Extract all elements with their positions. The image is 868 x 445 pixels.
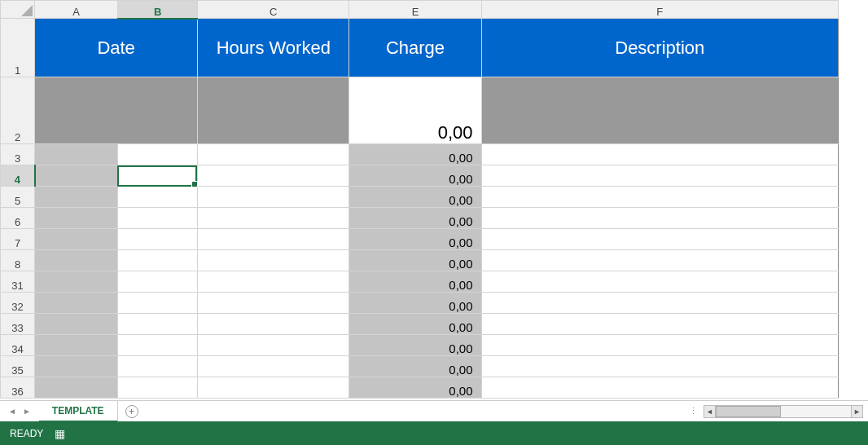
- row-header-5[interactable]: 5: [1, 187, 35, 208]
- status-bar: READY ▦: [0, 421, 868, 445]
- cell-C31[interactable]: [198, 271, 349, 293]
- cell-B3[interactable]: [118, 144, 198, 165]
- tab-strip-grip-icon[interactable]: ⋮: [689, 406, 700, 416]
- row-header-4[interactable]: 4: [1, 165, 35, 187]
- cell-B8[interactable]: [118, 250, 198, 271]
- cell-E32[interactable]: 0,00: [349, 293, 481, 314]
- hscroll-right-icon[interactable]: ►: [851, 406, 862, 417]
- select-all-corner[interactable]: [1, 1, 35, 19]
- cell-F8[interactable]: [481, 250, 838, 271]
- cell-A34[interactable]: [35, 335, 118, 356]
- cell-F35[interactable]: [481, 356, 838, 377]
- cell-F31[interactable]: [481, 271, 838, 293]
- cell-C6[interactable]: [198, 208, 349, 229]
- cell-A31[interactable]: [35, 271, 118, 293]
- row-header-6[interactable]: 6: [1, 208, 35, 229]
- cell-B4[interactable]: [118, 165, 198, 187]
- sheet-tab-template[interactable]: TEMPLATE: [39, 401, 118, 422]
- col-header-F[interactable]: F: [481, 1, 838, 19]
- cell-A4[interactable]: [35, 165, 118, 187]
- cell-E3[interactable]: 0,00: [349, 144, 481, 165]
- header-description: Description: [481, 19, 838, 77]
- cell-F4[interactable]: [481, 165, 838, 187]
- cell-E36[interactable]: 0,00: [349, 377, 481, 399]
- cell-E34[interactable]: 0,00: [349, 335, 481, 356]
- row-header-1[interactable]: 1: [1, 19, 35, 77]
- cell-F5[interactable]: [481, 187, 838, 208]
- header-hours: Hours Worked: [198, 19, 349, 77]
- row-header-33[interactable]: 33: [1, 314, 35, 335]
- cell-E8[interactable]: 0,00: [349, 250, 481, 271]
- cell-B6[interactable]: [118, 208, 198, 229]
- col-header-A[interactable]: A: [35, 1, 118, 19]
- tab-nav-next-icon[interactable]: ►: [23, 407, 31, 416]
- cell-A35[interactable]: [35, 356, 118, 377]
- cell-C34[interactable]: [198, 335, 349, 356]
- cell-A5[interactable]: [35, 187, 118, 208]
- col-header-E[interactable]: E: [349, 1, 481, 19]
- cell-C5[interactable]: [198, 187, 349, 208]
- cell-A36[interactable]: [35, 377, 118, 399]
- cell-E7[interactable]: 0,00: [349, 229, 481, 250]
- cell-C32[interactable]: [198, 293, 349, 314]
- cell-B7[interactable]: [118, 229, 198, 250]
- cell-A32[interactable]: [35, 293, 118, 314]
- cell-F34[interactable]: [481, 335, 838, 356]
- cell-C4[interactable]: [198, 165, 349, 187]
- cell-E33[interactable]: 0,00: [349, 314, 481, 335]
- row-header-35[interactable]: 35: [1, 356, 35, 377]
- cell-E4[interactable]: 0,00: [349, 165, 481, 187]
- tab-nav-prev-icon[interactable]: ◄: [8, 407, 16, 416]
- cell-F36[interactable]: [481, 377, 838, 399]
- cell-A7[interactable]: [35, 229, 118, 250]
- horizontal-scrollbar[interactable]: ◄ ►: [704, 405, 863, 418]
- cell-B36[interactable]: [118, 377, 198, 399]
- cell-C8[interactable]: [198, 250, 349, 271]
- cell-A8[interactable]: [35, 250, 118, 271]
- row-header-32[interactable]: 32: [1, 293, 35, 314]
- row-header-34[interactable]: 34: [1, 335, 35, 356]
- cell-C36[interactable]: [198, 377, 349, 399]
- tab-nav: ◄ ►: [0, 401, 39, 421]
- cell-C2[interactable]: [198, 77, 349, 144]
- plus-icon: +: [125, 405, 138, 418]
- cell-B31[interactable]: [118, 271, 198, 293]
- cell-F7[interactable]: [481, 229, 838, 250]
- cell-F2[interactable]: [481, 77, 838, 144]
- cell-A2[interactable]: [35, 77, 198, 144]
- cell-A3[interactable]: [35, 144, 118, 165]
- cell-C7[interactable]: [198, 229, 349, 250]
- macro-record-icon[interactable]: ▦: [55, 427, 65, 440]
- cell-B33[interactable]: [118, 314, 198, 335]
- cell-E5[interactable]: 0,00: [349, 187, 481, 208]
- cell-A33[interactable]: [35, 314, 118, 335]
- cell-E31[interactable]: 0,00: [349, 271, 481, 293]
- add-sheet-button[interactable]: +: [118, 401, 146, 421]
- cell-B34[interactable]: [118, 335, 198, 356]
- row-header-2[interactable]: 2: [1, 77, 35, 144]
- row-header-8[interactable]: 8: [1, 250, 35, 271]
- cell-E6[interactable]: 0,00: [349, 208, 481, 229]
- cell-A6[interactable]: [35, 208, 118, 229]
- hscroll-left-icon[interactable]: ◄: [704, 406, 716, 417]
- col-header-B[interactable]: B: [118, 1, 198, 19]
- cell-F6[interactable]: [481, 208, 838, 229]
- row-header-36[interactable]: 36: [1, 377, 35, 399]
- spreadsheet-grid[interactable]: A B C E F 1 Date Hours Worked Charge Des…: [0, 0, 868, 400]
- cell-B5[interactable]: [118, 187, 198, 208]
- cell-B35[interactable]: [118, 356, 198, 377]
- cell-F32[interactable]: [481, 293, 838, 314]
- cell-C35[interactable]: [198, 356, 349, 377]
- cell-F3[interactable]: [481, 144, 838, 165]
- cell-E2-summary-charge[interactable]: 0,00: [349, 77, 481, 144]
- cell-B32[interactable]: [118, 293, 198, 314]
- cell-C3[interactable]: [198, 144, 349, 165]
- row-header-3[interactable]: 3: [1, 144, 35, 165]
- row-header-31[interactable]: 31: [1, 271, 35, 293]
- col-header-C[interactable]: C: [198, 1, 349, 19]
- cell-C33[interactable]: [198, 314, 349, 335]
- cell-F33[interactable]: [481, 314, 838, 335]
- hscroll-thumb[interactable]: [716, 406, 781, 417]
- row-header-7[interactable]: 7: [1, 229, 35, 250]
- cell-E35[interactable]: 0,00: [349, 356, 481, 377]
